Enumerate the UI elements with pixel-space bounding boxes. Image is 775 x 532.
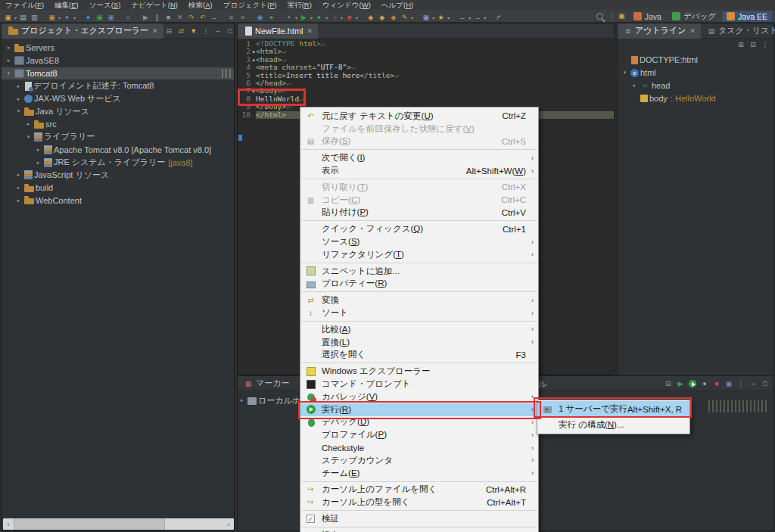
gear-icon[interactable]: ◉ <box>255 13 265 23</box>
new-ee-icon[interactable]: ◆ <box>388 13 398 23</box>
close-icon[interactable]: ✕ <box>690 27 696 35</box>
task-icon[interactable]: ★ <box>436 13 446 23</box>
outline-tree-item[interactable]: body: HelloWorld <box>618 92 773 104</box>
last-edit-icon[interactable]: ↱ <box>493 13 503 23</box>
project-tree-item[interactable]: ▸WebContent <box>2 194 234 207</box>
web-browser-icon[interactable]: ● <box>83 13 93 23</box>
stop-icon[interactable]: ■ <box>344 13 354 23</box>
context-menu-item[interactable]: Windows エクスプローラー <box>300 365 538 378</box>
twistie-icon[interactable]: ▸ <box>14 96 23 102</box>
start-server-icon[interactable] <box>687 379 698 387</box>
context-menu-item[interactable]: 表示Alt+Shift+W(W)› <box>300 164 538 177</box>
new-web-wizard-icon[interactable]: ● <box>62 13 72 23</box>
collapse-all-icon[interactable]: ⊟ <box>663 380 674 387</box>
twistie-icon[interactable]: ▾ <box>621 70 629 76</box>
dropdown-caret-icon[interactable]: ▾ <box>341 16 343 20</box>
step-into-icon[interactable]: ↷ <box>186 13 196 23</box>
project-tree-item[interactable]: ▸JavaSE8 <box>2 54 234 67</box>
twistie-icon[interactable]: ▸ <box>14 185 23 191</box>
project-tree-item[interactable]: ▸build <box>2 182 234 194</box>
twistie-icon[interactable]: ▸ <box>238 397 246 403</box>
close-icon[interactable]: ✕ <box>307 27 313 35</box>
server-start-icon[interactable]: ● <box>266 13 276 23</box>
link-editor-icon[interactable]: ⇄ <box>176 27 187 35</box>
view-menu-icon[interactable]: ⋮ <box>201 27 211 35</box>
context-menu-item[interactable]: 選択を開くF3 <box>300 349 538 362</box>
context-menu-item[interactable]: デバッグ(D)› <box>300 416 538 429</box>
close-icon[interactable]: ✕ <box>152 27 158 35</box>
window-icon[interactable]: ▣ <box>106 13 116 23</box>
context-menu-item[interactable]: 次で開く(I)› <box>300 151 538 164</box>
partial-tab-label[interactable]: ル <box>538 378 546 390</box>
collapse-all-icon[interactable]: ⊟ <box>748 41 758 48</box>
context-menu-item[interactable]: プロファイル(P)› <box>300 428 538 441</box>
dropdown-caret-icon[interactable]: ▾ <box>14 16 17 20</box>
view-menu-icon[interactable]: ⋮ <box>736 380 746 387</box>
context-menu-item[interactable]: ↪カーソル上のファイルを開くCtrl+Alt+R <box>300 484 538 496</box>
minimize-icon[interactable]: − <box>213 27 223 35</box>
project-tree-item[interactable]: ▸Apache Tomcat v8.0 [Apache Tomcat v8.0] <box>2 143 234 156</box>
new-project-icon[interactable]: ▣ <box>47 13 57 23</box>
annotation-icon[interactable]: ▣ <box>421 13 431 23</box>
step-return-icon[interactable]: → <box>209 13 219 23</box>
minimize-icon[interactable]: − <box>748 380 758 387</box>
code-line[interactable]: 1<!DOCTYPE html>↵ <box>238 40 614 48</box>
twistie-icon[interactable]: ▸ <box>34 147 42 153</box>
project-tree-item[interactable]: ▸JAX-WS Web サービス <box>2 92 234 105</box>
coverage-icon[interactable]: ◑ <box>329 13 339 23</box>
project-tree-item[interactable]: ▸JavaScript リソース <box>2 169 234 182</box>
publish-icon[interactable]: ▣ <box>724 380 734 387</box>
dropdown-caret-icon[interactable]: ▾ <box>484 16 486 20</box>
dropdown-caret-icon[interactable]: ▾ <box>58 16 61 20</box>
twistie-icon[interactable]: ▾ <box>24 134 33 140</box>
project-tree-item[interactable]: ▸JRE システム・ライブラリー[java8] <box>2 156 234 169</box>
horizontal-scrollbar[interactable]: ‹ › <box>3 518 234 530</box>
project-tree-item[interactable]: ▸src <box>2 118 234 131</box>
twistie-icon[interactable]: ▸ <box>5 58 13 64</box>
filter-icon[interactable]: ▼ <box>188 27 199 35</box>
twistie-icon[interactable]: ▸ <box>14 198 23 204</box>
twistie-icon[interactable]: ▾ <box>5 70 13 76</box>
context-menu-item[interactable]: ↪カーソル上の型を開くCtrl+Alt+T <box>300 496 538 509</box>
context-menu-item[interactable]: チーム(E)› <box>300 467 538 480</box>
view-menu-icon[interactable]: ⋮ <box>760 41 770 48</box>
focus-icon[interactable]: ⊞ <box>736 41 746 48</box>
tab-markers[interactable]: ▦マーカー <box>238 376 295 391</box>
globe-icon[interactable]: ○ <box>123 13 133 23</box>
stop-server-icon[interactable]: ■ <box>711 380 722 387</box>
context-menu-item[interactable]: ✓検証 <box>300 512 538 525</box>
forward-icon[interactable]: → <box>472 13 482 23</box>
last-tool-icon[interactable]: • <box>284 13 294 23</box>
context-menu-item[interactable]: 実行(R)› <box>300 403 538 416</box>
context-menu-item[interactable]: プロパティー(R) <box>300 278 538 291</box>
twistie-icon[interactable]: ▸ <box>14 172 23 178</box>
context-menu-item[interactable]: スニペットに追加... <box>300 265 538 278</box>
tab-project-explorer[interactable]: プロジェクト・エクスプローラー ✕ <box>2 23 163 39</box>
step-over-icon[interactable]: ↶ <box>198 13 207 23</box>
code-line[interactable]: 2●<html>↵ <box>238 48 614 55</box>
twistie-icon[interactable]: ▸ <box>630 82 639 89</box>
project-tree-item[interactable]: ▸Servers <box>2 42 234 54</box>
outline-tree-item[interactable]: ▾ehtml <box>618 67 773 79</box>
debug-icon[interactable]: ● <box>314 13 324 23</box>
project-tree-item[interactable]: ▾Tomcat8 <box>2 67 234 80</box>
dropdown-caret-icon[interactable]: ▾ <box>468 16 471 20</box>
code-line[interactable]: 5<title>Insert title here</title>↵ <box>238 72 614 79</box>
save-icon[interactable]: ▤ <box>18 13 28 23</box>
context-menu-item[interactable]: 比較(A)› <box>300 323 538 336</box>
context-menu-item[interactable]: カバレッジ(V)› <box>300 390 538 403</box>
new-servlet-icon[interactable]: ◆ <box>366 13 375 23</box>
suspend-icon[interactable]: ∥ <box>152 13 162 23</box>
perspective-javaee[interactable]: Java EE <box>722 11 772 22</box>
dropdown-caret-icon[interactable]: ▾ <box>310 16 313 20</box>
twistie-icon[interactable]: ▸ <box>14 83 23 89</box>
scroll-right-icon[interactable]: › <box>223 521 234 528</box>
tab-outline[interactable]: ≣ アウトライン ✕ <box>618 23 701 39</box>
perspective-java[interactable]: Java <box>629 11 666 22</box>
new-jsp-icon[interactable]: ◆ <box>377 13 387 23</box>
run-icon[interactable]: ▶ <box>299 13 309 23</box>
dropdown-caret-icon[interactable]: ▾ <box>325 16 328 20</box>
context-menu-item[interactable]: コマンド・プロンプト <box>300 378 538 390</box>
twistie-icon[interactable]: ▸ <box>5 45 13 51</box>
context-menu-item[interactable]: クイック・フィックス(Q)Ctrl+1 <box>300 222 538 235</box>
